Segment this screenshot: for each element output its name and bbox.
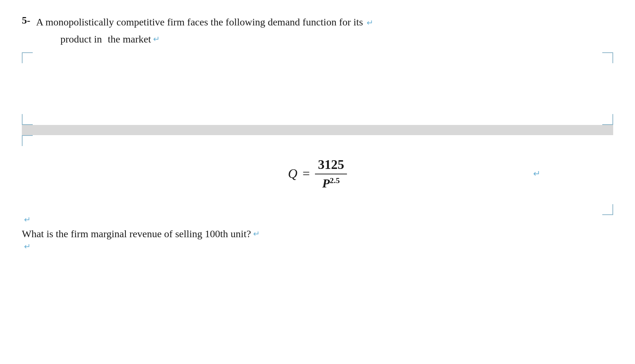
lower-box: Q = 3125 P2.5 ↵ <box>22 135 613 215</box>
return-line-bottom: ↵ <box>22 215 613 225</box>
corner-bottom-right <box>602 114 613 125</box>
lower-corner-bottom-right <box>602 204 613 215</box>
return-arrow-5: ↵ <box>24 242 31 251</box>
return-arrow-3: ↵ <box>24 215 31 225</box>
return-arrow-4: ↵ <box>253 229 260 239</box>
question-line1-wrapper: A monopolistically competitive firm face… <box>36 15 373 30</box>
formula-container: Q = 3125 P2.5 ↵ <box>22 135 613 198</box>
corner-bottom-left <box>22 114 33 125</box>
sub-question: What is the firm marginal revenue of sel… <box>22 228 613 240</box>
corner-top-left <box>22 52 33 63</box>
page-content: 5- A monopolistically competitive firm f… <box>0 0 635 262</box>
formula-equals: = <box>303 166 310 181</box>
formula-denominator: P2.5 <box>319 174 343 190</box>
return-arrow-1: ↵ <box>367 18 373 27</box>
question-line2: product in the market ↵ <box>60 33 613 45</box>
return-arrow-2: ↵ <box>153 35 160 44</box>
denominator-exp: 2.5 <box>330 176 340 185</box>
return-arrow-formula: ↵ <box>533 169 540 179</box>
formula-variable: Q <box>288 166 297 181</box>
denominator-var: P <box>322 177 330 190</box>
sub-question-text: What is the firm marginal revenue of sel… <box>22 228 251 240</box>
formula-fraction: 3125 P2.5 <box>315 157 347 190</box>
upper-box <box>22 52 613 125</box>
bottom-return: ↵ <box>22 242 613 251</box>
question-header: 5- A monopolistically competitive firm f… <box>22 15 613 30</box>
corner-top-right <box>602 52 613 63</box>
formula-numerator: 3125 <box>315 157 347 174</box>
divider-bar <box>22 125 613 135</box>
question-number: 5- <box>22 15 30 26</box>
question-line1-text: A monopolistically competitive firm face… <box>36 16 363 28</box>
question-line2-text: product in <box>60 33 102 45</box>
the-market-text: the market <box>108 33 151 45</box>
formula: Q = 3125 P2.5 <box>288 157 347 190</box>
